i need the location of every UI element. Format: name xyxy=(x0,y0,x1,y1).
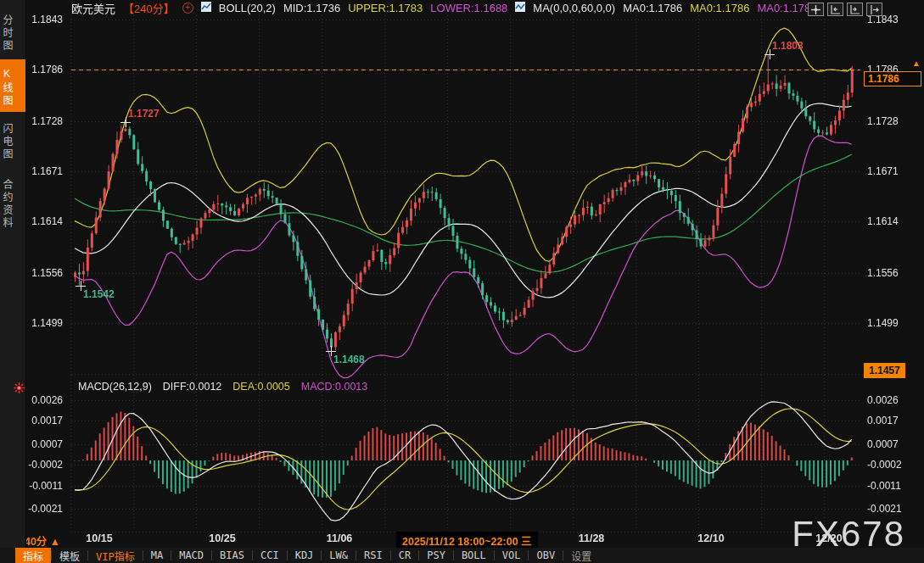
chart-canvas[interactable] xyxy=(0,0,924,563)
toolbar-tab-10[interactable]: RSI xyxy=(356,548,390,563)
toolbar-tab-6[interactable]: BIAS xyxy=(212,548,252,563)
macd-axis-label: -0.0021 xyxy=(28,503,63,515)
current-price-badge: 1.1786 xyxy=(864,71,921,86)
macd-macd-value: MACD:0.0013 xyxy=(301,381,368,393)
chart-app: 分时图 K线图 闪电图 合约资料 欧元美元 【240分】 + BOLL(20,2… xyxy=(0,0,924,563)
sidebar: 分时图 K线图 闪电图 合约资料 xyxy=(0,0,26,548)
x-axis: 240分 ▲ 2025/11/12 18:00~22:00 三 10/1510/… xyxy=(0,532,924,547)
toolbar-tab-5[interactable]: MACD xyxy=(171,548,211,563)
price-up-arrow-icon: ▲ xyxy=(912,59,921,68)
price-axis-label: 1.1499 xyxy=(867,317,899,329)
price-axis-label: 1.1556 xyxy=(867,267,899,279)
symbol-name: 欧元美元 xyxy=(71,0,115,16)
crosshair-date-readout: 2025/11/12 18:00~22:00 三 xyxy=(396,532,538,549)
move-right-icon[interactable] xyxy=(866,3,882,16)
macd-title: MACD(26,12,9) xyxy=(78,381,152,393)
macd-axis-label: 0.0017 xyxy=(31,415,63,426)
toolbar-tab-14[interactable]: VOL xyxy=(495,548,529,563)
boll-lower-value: LOWER:1.1688 xyxy=(430,2,507,14)
price-axis-label: 1.1614 xyxy=(867,215,899,227)
macd-axis-label: 0.0017 xyxy=(867,415,899,426)
toolbar-tab-1[interactable]: 指标 xyxy=(15,548,51,563)
toolbar-tab-12[interactable]: PSY xyxy=(419,548,453,563)
macd-diff-value: DIFF:0.0012 xyxy=(163,381,221,393)
period-label[interactable]: 【240分】 xyxy=(123,0,175,16)
chart-tools xyxy=(808,3,882,16)
price-annotation: 1.1468 xyxy=(333,354,365,365)
price-axis-label: 1.1671 xyxy=(31,165,63,177)
toolbar-tab-9[interactable]: LW& xyxy=(322,548,356,563)
toolbar-tab-13[interactable]: BOLL xyxy=(454,548,494,563)
x-axis-label: 11/06 xyxy=(310,532,369,544)
price-axis-label: 1.1786 xyxy=(31,64,63,75)
x-axis-label: 10/25 xyxy=(193,532,252,544)
macd-dea-value: DEA:0.0005 xyxy=(232,381,289,393)
macd-axis-label: -0.0002 xyxy=(28,459,63,471)
macd-axis-label: 0.0026 xyxy=(867,394,899,406)
macd-axis-label: -0.0002 xyxy=(867,459,902,471)
ma-label: MA(0,0,0,60,0,0) xyxy=(533,2,615,14)
indicator-header: 欧元美元 【240分】 + BOLL(20,2) MID:1.1736 UPPE… xyxy=(71,1,825,14)
add-indicator-icon[interactable]: + xyxy=(182,3,193,14)
price-axis-label: 1.1556 xyxy=(31,267,63,279)
price-annotation: 1.1803 xyxy=(772,40,804,52)
price-axis-label: 1.1728 xyxy=(867,115,899,127)
macd-axis-label: -0.0011 xyxy=(29,480,63,492)
indicator-toolbar: 指标模板VIP指标MAMACDBIASCCIKDJLW&RSICRPSYBOLL… xyxy=(0,548,924,563)
toolbar-tab-8[interactable]: KDJ xyxy=(288,548,322,563)
x-axis-label: 12/20 xyxy=(799,532,859,544)
x-axis-label: 12/10 xyxy=(681,532,741,544)
toolbar-tab-7[interactable]: CCI xyxy=(253,548,287,563)
sidebar-item-time-chart[interactable]: 分时图 xyxy=(0,5,25,58)
toolbar-tab-16[interactable]: 设置 xyxy=(563,548,599,563)
macd-header: MACD(26,12,9) DIFF:0.0012 DEA:0.0005 MAC… xyxy=(78,381,378,393)
scale-right-icon[interactable] xyxy=(847,3,863,16)
macd-axis-label: 0.0007 xyxy=(31,438,63,450)
price-axis-label: 1.1614 xyxy=(31,215,63,227)
toolbar-tab-11[interactable]: CR xyxy=(391,548,418,563)
ma0-value-2: MA0:1.1786 xyxy=(690,2,749,14)
sidebar-item-kline-chart[interactable]: K线图 xyxy=(0,59,25,112)
x-axis-label: 10/15 xyxy=(70,532,129,544)
sidebar-item-contract-info[interactable]: 合约资料 xyxy=(0,168,25,237)
toolbar-tab-2[interactable]: 模板 xyxy=(52,548,87,563)
boll-indicator-icon[interactable] xyxy=(201,2,211,14)
macd-axis-label: -0.0021 xyxy=(867,503,902,515)
price-axis-label: 1.1499 xyxy=(31,317,63,329)
price-axis-label: 1.1728 xyxy=(31,115,63,127)
macd-axis-label: 0.0007 xyxy=(867,438,899,450)
alert-icon[interactable] xyxy=(14,382,25,397)
ma-indicator-icon[interactable] xyxy=(515,2,525,14)
price-axis-label: 1.1843 xyxy=(31,14,63,25)
macd-axis-label: -0.0011 xyxy=(867,480,901,492)
toolbar-tab-3[interactable]: VIP指标 xyxy=(88,548,143,563)
x-axis-label: 11/28 xyxy=(562,532,621,544)
boll-label: BOLL(20,2) xyxy=(219,2,276,14)
price-axis-label: 1.1671 xyxy=(867,165,899,177)
boll-upper-value: UPPER:1.1783 xyxy=(348,2,423,14)
sidebar-item-lightning-chart[interactable]: 闪电图 xyxy=(0,114,25,166)
macd-axis-label: 0.0026 xyxy=(31,394,63,406)
boll-mid-value: MID:1.1736 xyxy=(283,2,340,14)
scale-left-icon[interactable] xyxy=(827,3,843,16)
toolbar-tab-4[interactable]: MA xyxy=(143,548,171,563)
price-annotation: 1.1727 xyxy=(128,108,160,120)
ma0-value-1: MA0:1.1786 xyxy=(623,2,682,14)
price-annotation: 1.1542 xyxy=(83,288,115,300)
session-low-badge: 1.1457 xyxy=(864,363,905,378)
crosshair-icon[interactable] xyxy=(808,3,824,16)
toolbar-tab-15[interactable]: OBV xyxy=(529,548,563,563)
